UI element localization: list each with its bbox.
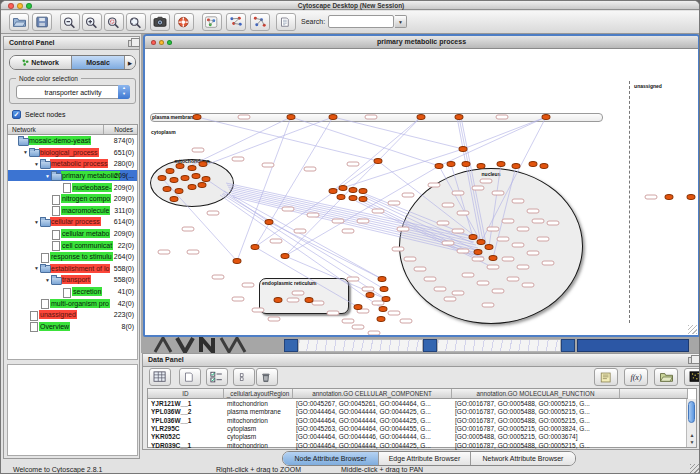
node-label[interactable]	[482, 303, 495, 308]
tree-row[interactable]: response to stimulu264(0)	[8, 251, 137, 263]
node-label[interactable]	[362, 287, 375, 292]
tree-row[interactable]: nitrogen compo209(0)	[8, 193, 137, 205]
node-label[interactable]	[268, 317, 281, 322]
help-button[interactable]	[174, 13, 194, 31]
node-label[interactable]	[444, 297, 457, 302]
unselect-attributes-button[interactable]	[233, 368, 255, 386]
column-header[interactable]: annotation.GO MOLECULAR_FUNCTION	[452, 389, 620, 399]
node-label[interactable]	[477, 281, 490, 286]
node-label[interactable]	[400, 319, 413, 324]
tab-overflow-arrow-icon[interactable]: ▶	[125, 56, 135, 69]
tree-row[interactable]: ▼primary metabolic process209(...	[8, 170, 137, 182]
node-label[interactable]	[158, 250, 171, 255]
select-attributes-button[interactable]	[206, 368, 228, 386]
graph-node[interactable]	[512, 163, 521, 169]
background-window-fragment[interactable]	[437, 339, 561, 352]
node-label[interactable]	[462, 273, 475, 278]
edge-layer[interactable]	[145, 49, 698, 335]
tree-col-divider[interactable]	[103, 125, 104, 134]
graph-node[interactable]	[198, 182, 207, 188]
graph-node[interactable]	[188, 184, 197, 190]
node-label[interactable]	[327, 311, 340, 316]
graph-node[interactable]	[199, 161, 208, 167]
table-cell[interactable]: [GO:0044464, GO:0044444, GO:0044425, G..…	[293, 408, 452, 416]
table-cell[interactable]: [GO:0045263, GO:0044464, GO:0044455, G..…	[293, 425, 452, 433]
network-window-titlebar[interactable]: primary metabolic process	[145, 36, 698, 49]
graph-node[interactable]	[170, 196, 179, 202]
node-label[interactable]	[480, 179, 493, 184]
tree-row[interactable]: ▼biological_process651(0)	[8, 147, 137, 159]
window-resize-grip[interactable]	[690, 464, 699, 473]
node-label[interactable]	[182, 227, 195, 232]
table-cell[interactable]: plasma membrane	[224, 408, 293, 416]
attribute-grid-button[interactable]	[149, 368, 171, 386]
node-label[interactable]	[207, 211, 220, 216]
import-button[interactable]	[654, 368, 678, 386]
node-label[interactable]	[537, 237, 550, 242]
tree-row[interactable]: ▼establishment of lo558(0)	[8, 263, 137, 275]
node-label[interactable]	[517, 265, 530, 270]
tree-row[interactable]: unassigned223(0)	[8, 309, 137, 321]
column-header[interactable]: ID	[148, 389, 224, 399]
graph-node[interactable]	[380, 286, 389, 292]
graph-node[interactable]	[163, 186, 172, 192]
table-cell[interactable]: YPL036W__2	[148, 408, 224, 416]
graph-node[interactable]	[489, 255, 498, 261]
graph-node[interactable]	[529, 161, 538, 167]
node-label[interactable]	[517, 227, 530, 232]
graph-node[interactable]	[349, 195, 358, 201]
node-label[interactable]	[347, 277, 360, 282]
table-cell[interactable]: YDR039C__1	[148, 442, 224, 450]
node-label[interactable]	[232, 157, 245, 162]
node-label[interactable]	[402, 193, 415, 198]
graph-node[interactable]	[337, 194, 346, 200]
table-cell[interactable]: [GO:0016787, GO:0005488, GO:0005215, G..…	[452, 408, 620, 416]
new-attribute-button[interactable]	[179, 368, 201, 386]
node-label[interactable]	[357, 219, 370, 224]
matrix-button[interactable]	[684, 368, 700, 386]
node-label[interactable]	[307, 213, 320, 218]
node-label[interactable]	[294, 229, 307, 234]
expand-triangle-icon[interactable]: ▼	[33, 219, 40, 225]
table-cell[interactable]: YPL036W__1	[148, 417, 224, 425]
graph-node[interactable]	[540, 163, 549, 169]
table-cell[interactable]: [GO:0044464, GO:0044444, GO:0044425, G..…	[293, 442, 452, 450]
node-label[interactable]	[332, 219, 345, 224]
graph-node[interactable]	[175, 188, 184, 194]
node-label[interactable]	[457, 249, 470, 254]
graph-node[interactable]	[251, 244, 260, 250]
expand-triangle-icon[interactable]: ▼	[33, 161, 40, 167]
node-label[interactable]	[502, 219, 515, 224]
select-nodes-checkbox[interactable]: ✓	[12, 110, 21, 119]
node-label[interactable]	[457, 211, 470, 216]
table-scrollbar-thumb[interactable]	[688, 401, 695, 423]
node-label[interactable]	[238, 115, 251, 120]
table-cell[interactable]: [GO:0044464, GO:0044444, GO:0044425, G..…	[293, 417, 452, 425]
table-cell[interactable]: [GO:0016787, GO:0005488, GO:0005215, G..…	[452, 417, 620, 425]
graph-node[interactable]	[170, 177, 179, 183]
vizmapper-button[interactable]	[202, 13, 222, 31]
graph-node[interactable]	[281, 253, 290, 259]
graph-node[interactable]	[329, 188, 338, 194]
node-label[interactable]	[502, 257, 515, 262]
graph-node[interactable]	[377, 316, 386, 322]
table-scrollbar[interactable]: ▲▼	[686, 399, 696, 447]
node-label[interactable]	[452, 291, 465, 296]
layout-nodes-button[interactable]	[226, 13, 246, 31]
graph-node[interactable]	[158, 175, 167, 181]
column-header[interactable]: _cellularLayoutRegion	[224, 389, 293, 399]
tree-row[interactable]: multi-organism pro42(0)	[8, 297, 137, 309]
node-label[interactable]	[292, 291, 305, 296]
graph-node[interactable]	[265, 219, 274, 225]
graph-node[interactable]	[477, 239, 486, 245]
node-label[interactable]	[304, 167, 317, 172]
graph-node[interactable]	[176, 163, 185, 169]
node-label[interactable]	[497, 237, 510, 242]
node-label[interactable]	[388, 311, 401, 316]
graph-node[interactable]	[354, 304, 363, 310]
graph-node[interactable]	[349, 187, 358, 193]
node-label[interactable]	[542, 261, 555, 266]
graph-node[interactable]	[366, 292, 375, 298]
graph-node[interactable]	[359, 188, 368, 194]
node-label[interactable]	[312, 301, 325, 306]
